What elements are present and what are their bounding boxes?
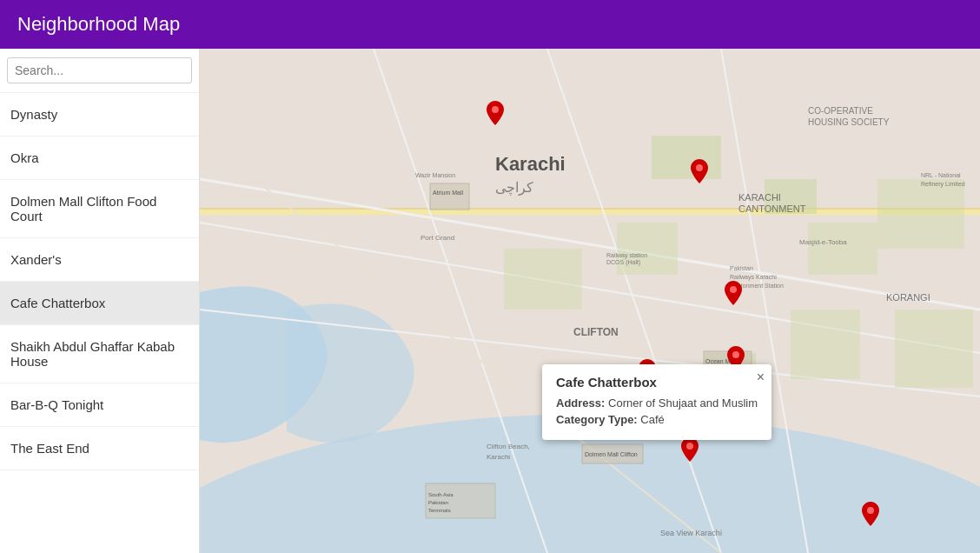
svg-point-56 xyxy=(732,351,739,358)
sidebar-item-xanders[interactable]: Xander's xyxy=(0,238,199,282)
svg-text:Refinery Limited: Refinery Limited xyxy=(921,181,965,188)
app-header: Neighborhood Map xyxy=(0,0,980,49)
popup-address-label: Address: xyxy=(556,396,605,410)
sidebar-list: DynastyOkraDolmen Mall Clifton Food Cour… xyxy=(0,93,199,553)
sidebar-item-the-east-end[interactable]: The East End xyxy=(0,427,199,470)
svg-text:Clifton Beach,: Clifton Beach, xyxy=(487,443,530,450)
svg-text:Masjid-e-Tooba: Masjid-e-Tooba xyxy=(799,238,847,246)
svg-text:Pakistan: Pakistan xyxy=(730,265,753,271)
svg-text:HOUSING SOCIETY: HOUSING SOCIETY xyxy=(808,117,890,127)
sidebar-item-dynasty[interactable]: Dynasty xyxy=(0,93,199,137)
sidebar: DynastyOkraDolmen Mall Clifton Food Cour… xyxy=(0,49,200,553)
svg-text:DCOS (Halt): DCOS (Halt) xyxy=(606,259,640,266)
search-container xyxy=(0,49,199,93)
svg-rect-16 xyxy=(877,179,964,249)
svg-text:CLIFTON: CLIFTON xyxy=(573,326,619,338)
popup-title: Cafe Chatterbox xyxy=(556,375,758,390)
popup-category: Category Type: Café xyxy=(556,413,758,426)
sidebar-item-dolmen-mall[interactable]: Dolmen Mall Clifton Food Court xyxy=(0,180,199,238)
svg-rect-15 xyxy=(808,223,877,275)
popup-category-value: Café xyxy=(640,413,664,426)
popup-category-label: Category Type: xyxy=(556,413,638,426)
svg-text:CO-OPERATIVE: CO-OPERATIVE xyxy=(808,106,873,116)
svg-point-58 xyxy=(686,443,693,450)
svg-text:KARACHI: KARACHI xyxy=(738,192,781,203)
svg-text:Sea View Karachi: Sea View Karachi xyxy=(660,529,722,537)
map-pin-pin2[interactable] xyxy=(691,159,708,183)
svg-rect-2 xyxy=(200,210,980,215)
svg-rect-19 xyxy=(895,310,973,388)
svg-text:South Asia: South Asia xyxy=(428,492,454,497)
map-pin-pin1[interactable] xyxy=(487,101,504,125)
svg-text:Terminals: Terminals xyxy=(428,508,451,513)
popup-address: Address: Corner of Shujaat and Muslim xyxy=(556,396,758,410)
sidebar-item-bar-bq-tonight[interactable]: Bar-B-Q Tonight xyxy=(0,383,199,427)
svg-rect-3 xyxy=(200,208,980,210)
svg-text:KORANGI: KORANGI xyxy=(886,292,930,303)
svg-text:Dolmen Mall Clifton: Dolmen Mall Clifton xyxy=(585,451,638,457)
svg-point-59 xyxy=(867,507,874,514)
svg-rect-18 xyxy=(791,310,860,379)
svg-text:Pakistan: Pakistan xyxy=(428,500,448,505)
popup-close-button[interactable]: × xyxy=(757,370,765,385)
svg-text:Karachi: Karachi xyxy=(495,153,566,175)
app-title: Neighborhood Map xyxy=(17,13,180,36)
svg-text:Railway station: Railway station xyxy=(606,252,647,259)
svg-text:Port Grand: Port Grand xyxy=(420,234,454,242)
svg-rect-29 xyxy=(430,183,469,210)
svg-text:Railways Karachi: Railways Karachi xyxy=(730,274,777,281)
map-container: Karachi کراچی KARACHI CANTONMENT GIZRI C… xyxy=(200,49,980,553)
map-pin-pin7[interactable] xyxy=(862,502,879,526)
sidebar-item-shaikh-kabab[interactable]: Shaikh Abdul Ghaffar Kabab House xyxy=(0,325,199,383)
svg-rect-13 xyxy=(617,223,678,275)
search-input[interactable] xyxy=(7,57,192,83)
svg-point-55 xyxy=(730,286,737,293)
svg-point-54 xyxy=(696,164,703,171)
main-content: DynastyOkraDolmen Mall Clifton Food Cour… xyxy=(0,49,980,553)
map-pin-pin6[interactable] xyxy=(681,437,699,462)
sidebar-item-okra[interactable]: Okra xyxy=(0,137,199,180)
svg-point-53 xyxy=(492,106,499,113)
map-popup: × Cafe Chatterbox Address: Corner of Shu… xyxy=(542,364,771,440)
sidebar-scroll-wrapper: DynastyOkraDolmen Mall Clifton Food Cour… xyxy=(0,93,199,553)
svg-rect-11 xyxy=(652,136,721,179)
svg-rect-14 xyxy=(504,249,582,310)
map-background: Karachi کراچی KARACHI CANTONMENT GIZRI C… xyxy=(200,49,980,553)
map-pin-pin3[interactable] xyxy=(725,281,742,305)
svg-text:کراچی: کراچی xyxy=(495,180,533,196)
svg-text:Wazir Mansion: Wazir Mansion xyxy=(415,172,455,178)
svg-text:CANTONMENT: CANTONMENT xyxy=(738,203,806,214)
popup-address-value: Corner of Shujaat and Muslim xyxy=(608,396,758,410)
svg-text:Atrium Mall: Atrium Mall xyxy=(433,190,463,196)
sidebar-item-cafe-chatterbox[interactable]: Cafe Chatterbox xyxy=(0,282,199,325)
svg-text:NRL - National: NRL - National xyxy=(921,172,961,178)
svg-text:Karachi: Karachi xyxy=(487,453,510,461)
